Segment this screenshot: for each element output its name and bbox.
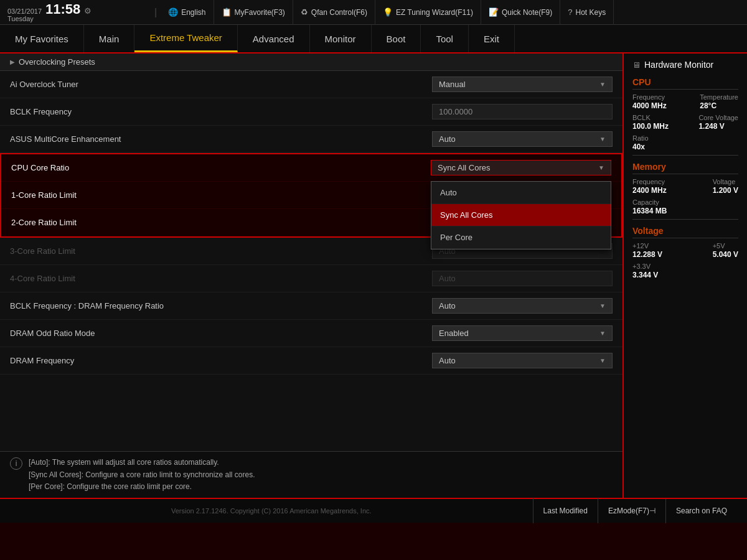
3-core-ratio-label: 3-Core Ratio Limit bbox=[10, 246, 432, 256]
hw-mem-freq-voltage: Frequency 2400 MHz Voltage 1.200 V bbox=[632, 178, 738, 195]
info-icon: i bbox=[10, 457, 22, 470]
hw-capacity: Capacity 16384 MB bbox=[632, 198, 667, 215]
setting-ai-overclock-tuner: Ai Overclock Tuner Manual ▼ bbox=[0, 71, 622, 98]
cpu-core-ratio-label: CPU Core Ratio bbox=[11, 163, 431, 172]
favorite-icon: 📋 bbox=[222, 7, 232, 17]
bclk-dram-label: BCLK Frequency : DRAM Frequency Ratio bbox=[10, 301, 432, 310]
hw-12v-5v: +12V 12.288 V +5V 5.040 V bbox=[632, 242, 738, 259]
setting-dram-frequency: DRAM Frequency Auto ▼ bbox=[0, 347, 622, 375]
hw-cpu-frequency: Frequency 4000 MHz bbox=[632, 93, 667, 110]
multicore-value[interactable]: Auto ▼ bbox=[432, 131, 613, 147]
setting-cpu-core-ratio: CPU Core Ratio Sync All Cores ▼ Auto Syn… bbox=[1, 154, 621, 182]
nav-boot[interactable]: Boot bbox=[372, 25, 421, 52]
settings-table: Ai Overclock Tuner Manual ▼ BCLK Frequen… bbox=[0, 71, 622, 451]
bclk-freq-value[interactable]: 100.0000 bbox=[432, 104, 613, 119]
chevron-down-icon: ▼ bbox=[599, 330, 606, 337]
ai-overclock-label: Ai Overclock Tuner bbox=[10, 80, 432, 89]
time-display: 11:58 bbox=[45, 2, 80, 16]
nav-tool[interactable]: Tool bbox=[421, 25, 469, 52]
dropdown-option-auto[interactable]: Auto bbox=[431, 182, 611, 204]
setting-dram-odd-ratio: DRAM Odd Ratio Mode Enabled ▼ bbox=[0, 320, 622, 347]
footer-actions: Last Modified EzMode(F7)⊣ Search on FAQ bbox=[533, 498, 737, 523]
settings-gear-icon[interactable]: ⚙ bbox=[84, 6, 92, 16]
last-modified-button[interactable]: Last Modified bbox=[533, 498, 598, 523]
chevron-down-icon: ▼ bbox=[599, 302, 606, 309]
setting-multicore-enhancement: ASUS MultiCore Enhancement Auto ▼ bbox=[0, 126, 622, 153]
quick-note-label: Quick Note(F9) bbox=[502, 8, 552, 17]
dropdown-option-sync-all-cores[interactable]: Sync All Cores bbox=[431, 204, 611, 226]
hw-voltage-section-title: Voltage bbox=[632, 226, 738, 238]
hardware-monitor-panel: 🖥 Hardware Monitor CPU Frequency 4000 MH… bbox=[622, 54, 747, 498]
hw-memory-section-title: Memory bbox=[632, 162, 738, 174]
section-title: Overclocking Presets bbox=[19, 57, 95, 67]
chevron-down-icon: ▼ bbox=[599, 136, 606, 142]
nav-monitor[interactable]: Monitor bbox=[310, 25, 372, 52]
nav-extreme-tweaker[interactable]: Extreme Tweaker bbox=[134, 25, 237, 52]
datetime-area: 03/21/2017 Tuesday 11:58 ⚙ bbox=[7, 2, 151, 22]
setting-4-core-ratio-limit: 4-Core Ratio Limit Auto bbox=[0, 265, 622, 292]
footer-version: Version 2.17.1246. Copyright (C) 2016 Am… bbox=[10, 507, 533, 515]
divider: | bbox=[154, 7, 157, 18]
monitor-icon: 🖥 bbox=[632, 60, 641, 70]
hot-keys-button[interactable]: ? Hot Keys bbox=[560, 0, 614, 25]
date-text: 03/21/2017 bbox=[7, 7, 42, 15]
hw-monitor-title: 🖥 Hardware Monitor bbox=[632, 60, 738, 70]
hw-mem-frequency: Frequency 2400 MHz bbox=[632, 178, 667, 195]
4-core-ratio-value: Auto bbox=[432, 271, 613, 286]
my-favorite-button[interactable]: 📋 MyFavorite(F3) bbox=[214, 0, 293, 25]
ai-overclock-value[interactable]: Manual ▼ bbox=[432, 77, 613, 92]
hw-cpu-temperature: Temperature 28°C bbox=[700, 93, 738, 110]
cpu-core-ratio-section: CPU Core Ratio Sync All Cores ▼ Auto Syn… bbox=[0, 153, 622, 238]
favorite-label: MyFavorite(F3) bbox=[235, 8, 285, 17]
hw-mem-capacity: Capacity 16384 MB bbox=[632, 198, 738, 215]
ez-tuning-label: EZ Tuning Wizard(F11) bbox=[396, 8, 473, 17]
nav-advanced[interactable]: Advanced bbox=[238, 25, 310, 52]
dropdown-option-per-core[interactable]: Per Core bbox=[431, 226, 611, 249]
hw-bclk: BCLK 100.0 MHz bbox=[632, 114, 669, 131]
info-text: [Auto]: The system will adjust all core … bbox=[29, 457, 255, 493]
dram-freq-value[interactable]: Auto ▼ bbox=[432, 353, 613, 368]
hw-5v: +5V 5.040 V bbox=[713, 242, 738, 259]
ez-mode-button[interactable]: EzMode(F7)⊣ bbox=[598, 498, 665, 523]
ez-tuning-button[interactable]: 💡 EZ Tuning Wizard(F11) bbox=[375, 0, 481, 25]
top-toolbar: 03/21/2017 Tuesday 11:58 ⚙ | 🌐 English 📋… bbox=[0, 0, 747, 25]
hotkeys-icon: ? bbox=[568, 7, 572, 17]
nav-my-favorites[interactable]: My Favorites bbox=[0, 25, 84, 52]
chevron-down-icon: ▼ bbox=[599, 357, 606, 364]
setting-bclk-dram-ratio: BCLK Frequency : DRAM Frequency Ratio Au… bbox=[0, 292, 622, 320]
bclk-dram-value[interactable]: Auto ▼ bbox=[432, 298, 613, 314]
hw-mem-voltage: Voltage 1.200 V bbox=[713, 178, 738, 195]
hw-cpu-freq-temp: Frequency 4000 MHz Temperature 28°C bbox=[632, 93, 738, 110]
info-bar: i [Auto]: The system will adjust all cor… bbox=[0, 451, 622, 498]
1-core-ratio-label: 1-Core Ratio Limit bbox=[11, 190, 431, 200]
quick-note-button[interactable]: 📝 Quick Note(F9) bbox=[481, 0, 560, 25]
hw-cpu-bclk-voltage: BCLK 100.0 MHz Core Voltage 1.248 V bbox=[632, 114, 738, 131]
hw-33v: +3.3V 3.344 V bbox=[632, 263, 738, 279]
setting-bclk-frequency: BCLK Frequency 100.0000 bbox=[0, 98, 622, 126]
4-core-ratio-label: 4-Core Ratio Limit bbox=[10, 274, 432, 283]
2-core-ratio-label: 2-Core Ratio Limit bbox=[11, 218, 431, 227]
hot-keys-label: Hot Keys bbox=[576, 8, 606, 17]
language-selector[interactable]: 🌐 English bbox=[161, 0, 214, 25]
nav-main[interactable]: Main bbox=[84, 25, 135, 52]
settings-panel: Overclocking Presets Ai Overclock Tuner … bbox=[0, 54, 622, 498]
chevron-down-icon: ▼ bbox=[598, 164, 604, 171]
day-text: Tuesday bbox=[7, 15, 42, 22]
hw-cpu-ratio: Ratio 40x bbox=[632, 134, 738, 151]
search-faq-button[interactable]: Search on FAQ bbox=[665, 498, 737, 523]
nav-exit[interactable]: Exit bbox=[469, 25, 515, 52]
dram-freq-label: DRAM Frequency bbox=[10, 356, 432, 365]
cpu-core-ratio-value[interactable]: Sync All Cores ▼ bbox=[431, 160, 611, 175]
fan-icon: ♻ bbox=[301, 7, 308, 17]
navigation-bar: My Favorites Main Extreme Tweaker Advanc… bbox=[0, 25, 747, 54]
hw-ratio: Ratio 40x bbox=[632, 134, 649, 151]
globe-icon: 🌐 bbox=[168, 7, 178, 17]
hw-3v3: +3.3V 3.344 V bbox=[632, 263, 658, 279]
qfan-button[interactable]: ♻ Qfan Control(F6) bbox=[293, 0, 375, 25]
dram-odd-value[interactable]: Enabled ▼ bbox=[432, 325, 613, 341]
toolbar-tools: 🌐 English 📋 MyFavorite(F3) ♻ Qfan Contro… bbox=[161, 0, 614, 25]
dram-odd-label: DRAM Odd Ratio Mode bbox=[10, 329, 432, 338]
hw-12v: +12V 12.288 V bbox=[632, 242, 662, 259]
section-header-overclocking: Overclocking Presets bbox=[0, 54, 622, 71]
lightbulb-icon: 💡 bbox=[383, 7, 393, 17]
